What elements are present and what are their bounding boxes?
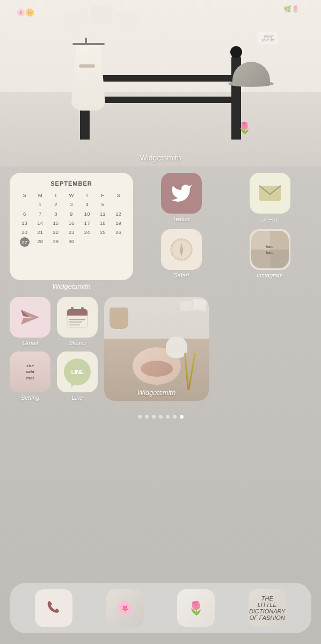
hero-section: 🌸🌼 🌿🌷 🌷 — [0, 0, 321, 166]
cal-28: 28 — [33, 237, 47, 247]
calendar-widget-box[interactable]: SEPTEMBER S M T W T F S 1 2 3 4 5 — [10, 173, 133, 280]
safari-icon-box[interactable] — [161, 229, 202, 270]
calendar-widget: SEPTEMBER S M T W T F S 1 2 3 4 5 — [10, 173, 133, 290]
page-dots — [10, 407, 311, 426]
photo-widget-container: Widgetsmith — [104, 297, 209, 401]
line-text: LINE — [71, 369, 83, 375]
hero-label: Widgetsmith — [0, 153, 321, 162]
dock: 🌸 🌷 THELITTLEDICTIONARYOF FASHION — [10, 583, 311, 633]
mail-icon-box[interactable] — [250, 173, 290, 214]
dot-7-active — [180, 415, 184, 419]
hanging-dress — [70, 38, 107, 113]
memo-icon-box[interactable] — [57, 297, 98, 338]
right-app-col: Twitter メール — [140, 173, 311, 279]
memo-calendar-icon — [65, 305, 90, 330]
dot-4 — [159, 415, 163, 419]
cal-16: 16 — [64, 219, 78, 227]
cal-2: 2 — [48, 200, 63, 208]
mail-app: メール — [228, 173, 311, 224]
cal-14: 14 — [33, 219, 47, 227]
flower-decoration-left: 🌸🌼 — [16, 8, 34, 17]
gmail-paper-plane-icon — [19, 308, 41, 327]
cal-19: 19 — [111, 219, 126, 227]
tulip: 🌷 — [238, 121, 251, 134]
setting-label: Setting — [21, 394, 39, 401]
cal-18: 18 — [96, 219, 110, 227]
cal-6 — [111, 200, 126, 208]
cal-mon: M — [33, 191, 47, 199]
dock-photo2-icon[interactable]: 🌷 — [177, 589, 215, 627]
gmail-app: Gmail — [10, 297, 50, 346]
cal-tue: T — [48, 191, 63, 199]
room-scene: 🌸🌼 🌿🌷 🌷 — [0, 0, 321, 166]
gmail-icon-box[interactable] — [10, 297, 50, 338]
cal-23: 23 — [64, 228, 78, 236]
photo-widget[interactable]: Widgetsmith — [104, 297, 209, 401]
dot-2 — [145, 415, 149, 419]
cal-20: 20 — [17, 228, 32, 236]
setting-app: shesaidthat Setting — [10, 352, 50, 401]
cal-9: 9 — [64, 210, 78, 218]
twitter-bird-icon — [170, 182, 193, 204]
mail-label: メール — [261, 216, 279, 224]
svg-rect-14 — [69, 321, 82, 323]
line-app: LINE Line — [57, 352, 98, 401]
book-text: shesaidthat — [23, 360, 38, 384]
dot-6 — [173, 415, 177, 419]
calendar-month: SEPTEMBER — [17, 180, 126, 187]
flower-decoration-right: 🌿🌷 — [283, 5, 300, 13]
cal-27-today: 27 — [20, 237, 30, 247]
safari-compass-icon — [169, 237, 194, 262]
main-content: SEPTEMBER S M T W T F S 1 2 3 4 5 — [0, 166, 321, 433]
cal-wed: W — [64, 191, 78, 199]
app-row-1: SEPTEMBER S M T W T F S 1 2 3 4 5 — [10, 173, 311, 290]
cal-21: 21 — [33, 228, 47, 236]
safari-app: Safari — [140, 229, 223, 279]
line-icon-box[interactable]: LINE — [57, 352, 98, 392]
polaroid-2 — [91, 6, 113, 24]
line-label: Line — [72, 394, 83, 401]
cal-26: 26 — [111, 228, 126, 236]
cal-10: 10 — [80, 210, 94, 218]
cal-1: 1 — [33, 200, 47, 208]
cal-thu: T — [80, 191, 94, 199]
safari-label: Safari — [173, 272, 189, 279]
cal-30: 30 — [64, 237, 78, 247]
mail-icon — [258, 185, 282, 202]
svg-marker-6 — [21, 310, 39, 325]
dock-book-text: THELITTLEDICTIONARYOF FASHION — [249, 593, 286, 623]
polaroid-1 — [63, 9, 89, 31]
svg-rect-15 — [69, 324, 80, 326]
cal-sun: S — [17, 191, 32, 199]
twitter-app: Twitter — [140, 173, 223, 224]
memo-app: Memo — [57, 297, 98, 346]
wall-note: enjoyyour life — [258, 32, 278, 44]
dock-phone-icon[interactable] — [35, 589, 72, 627]
cal-6b: 6 — [17, 210, 32, 218]
twitter-icon-box[interactable] — [161, 173, 202, 214]
cal-29: 29 — [48, 237, 63, 247]
cal-4: 4 — [80, 200, 94, 208]
dot-3 — [152, 415, 156, 419]
cal-17: 17 — [80, 219, 94, 227]
polaroid-3 — [115, 10, 138, 30]
instagram-label: Instagram — [257, 272, 283, 279]
dot-1 — [138, 415, 142, 419]
memo-label: Memo — [69, 340, 86, 346]
cal-11: 11 — [96, 210, 110, 218]
dock-flower-emoji: 🌸 — [117, 601, 133, 616]
dock-dessert-emoji: 🌷 — [188, 601, 204, 616]
cal-sat: S — [111, 191, 126, 199]
instagram-haru-text: haruharu — [264, 242, 275, 258]
app-row-2: Gmail shesaidthat Setting — [10, 297, 311, 401]
svg-point-5 — [180, 248, 183, 251]
photo-widget-label: Widgetsmith — [104, 389, 209, 397]
instagram-icon-box[interactable]: haruharu — [250, 229, 290, 270]
setting-icon-box[interactable]: shesaidthat — [10, 352, 50, 392]
cal-5: 5 — [96, 200, 110, 208]
cal-fri: F — [96, 191, 110, 199]
dock-photo1-icon[interactable]: 🌸 — [106, 589, 144, 627]
calendar-grid: S M T W T F S 1 2 3 4 5 6 — [17, 191, 126, 247]
dock-photo3-icon[interactable]: THELITTLEDICTIONARYOF FASHION — [249, 589, 286, 627]
svg-rect-13 — [69, 319, 85, 320]
